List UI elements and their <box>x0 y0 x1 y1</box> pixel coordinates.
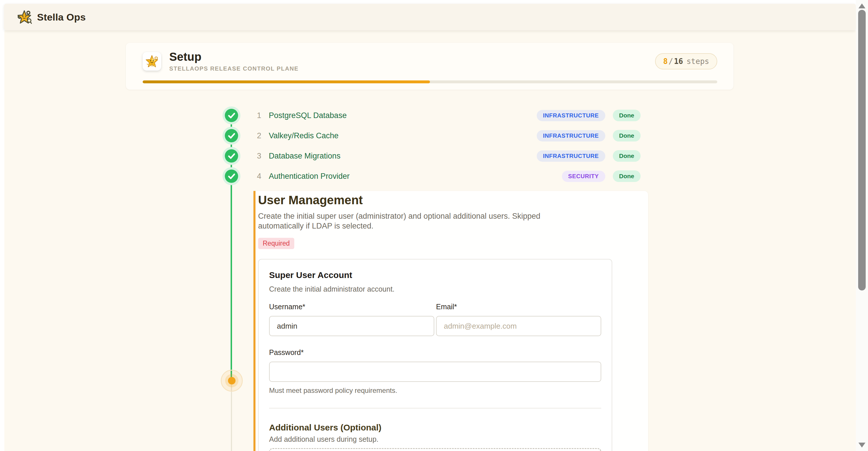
step-category-badge: INFRASTRUCTURE <box>537 151 605 162</box>
step-label[interactable]: Valkey/Redis Cache <box>269 131 339 140</box>
password-input[interactable] <box>269 362 601 382</box>
password-label: Password* <box>269 348 601 357</box>
topbar: Stella Ops <box>4 4 856 30</box>
setup-header-card: Setup STELLAOPS RELEASE CONTROL PLANE 8/… <box>126 43 734 90</box>
step-number: 4 <box>253 172 261 181</box>
step-status-badge: Done <box>613 110 641 121</box>
section-description: Create the initial super user (administr… <box>258 211 570 231</box>
step-label[interactable]: Database Migrations <box>269 152 341 161</box>
required-badge: Required <box>258 238 294 249</box>
scrollbar-up-arrow-icon[interactable] <box>859 3 865 8</box>
setup-mascot-icon <box>143 52 161 71</box>
email-field-group: Email* <box>436 302 601 336</box>
timeline-step-row[interactable]: 2 Valkey/Redis Cache INFRASTRUCTURE Done <box>225 129 641 142</box>
scrollbar-down-arrow-icon[interactable] <box>859 443 865 448</box>
step-category-badge: INFRASTRUCTURE <box>537 130 605 141</box>
timeline-step-row[interactable]: 3 Database Migrations INFRASTRUCTURE Don… <box>225 149 641 163</box>
step-completed-check-icon <box>225 109 238 122</box>
username-input[interactable] <box>269 316 434 336</box>
page-subtitle: STELLAOPS RELEASE CONTROL PLANE <box>169 65 299 72</box>
password-field-group: Password* Must meet password policy requ… <box>269 348 601 395</box>
setup-progress-bar <box>143 80 717 83</box>
app-title: Stella Ops <box>37 11 86 23</box>
step-category-badge: SECURITY <box>562 171 605 182</box>
scrollbar-thumb[interactable] <box>858 10 866 290</box>
username-field-group: Username* <box>269 302 434 336</box>
current-step-dot <box>228 377 236 384</box>
timeline-step-row[interactable]: 1 PostgreSQL Database INFRASTRUCTURE Don… <box>225 109 641 122</box>
super-user-description: Create the initial administrator account… <box>269 285 601 293</box>
step-label[interactable]: Authentication Provider <box>269 172 349 181</box>
setup-progress-fill <box>143 80 430 83</box>
timeline-step-row[interactable]: 4 Authentication Provider SECURITY Done <box>225 169 641 183</box>
stellaops-logo-icon <box>17 10 32 24</box>
super-user-card: Super User Account Create the initial ad… <box>258 259 612 451</box>
step-completed-check-icon <box>225 149 238 163</box>
page-title: Setup <box>169 50 299 63</box>
add-another-user-button[interactable]: + Add Another User <box>269 448 601 451</box>
steps-suffix: steps <box>687 57 709 66</box>
section-divider <box>269 408 601 409</box>
steps-count-badge: 8/16steps <box>655 53 717 69</box>
additional-users-description: Add additional users during setup. <box>269 435 601 444</box>
password-hint: Must meet password policy requirements. <box>269 386 601 395</box>
step-category-badge: INFRASTRUCTURE <box>537 110 605 121</box>
super-user-title: Super User Account <box>269 269 601 281</box>
step-status-badge: Done <box>613 170 641 182</box>
step-completed-check-icon <box>225 169 238 183</box>
additional-users-title: Additional Users (Optional) <box>269 422 601 433</box>
email-label: Email* <box>436 302 601 311</box>
step-number: 2 <box>253 131 261 140</box>
step-label[interactable]: PostgreSQL Database <box>269 111 347 120</box>
step-number: 1 <box>253 111 261 120</box>
email-input[interactable] <box>436 316 601 336</box>
step-number: 3 <box>253 152 261 161</box>
username-label: Username* <box>269 302 434 311</box>
setup-page: Stella Ops Setup STELLAOPS RELEASE CONTR… <box>0 0 868 451</box>
step-status-badge: Done <box>613 130 641 141</box>
steps-total: 16 <box>674 57 683 66</box>
step-completed-check-icon <box>225 129 238 142</box>
step-status-badge: Done <box>613 150 641 162</box>
steps-separator: / <box>669 57 673 66</box>
vertical-scrollbar[interactable] <box>856 0 868 451</box>
user-management-card: User Management Create the initial super… <box>253 191 648 451</box>
section-title: User Management <box>258 193 612 208</box>
steps-current: 8 <box>663 57 668 66</box>
